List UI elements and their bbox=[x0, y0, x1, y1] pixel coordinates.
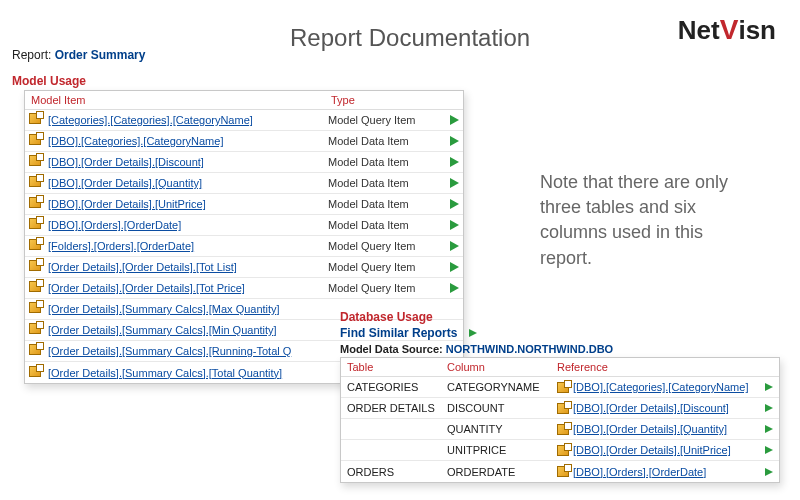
play-icon[interactable] bbox=[765, 468, 773, 476]
reference-link[interactable]: [DBO].[Orders].[OrderDate] bbox=[573, 466, 759, 478]
model-item-link[interactable]: [Categories].[Categories].[CategoryName] bbox=[48, 114, 328, 126]
model-item-link[interactable]: [Order Details].[Order Details].[Tot Pri… bbox=[48, 282, 328, 294]
model-item-link[interactable]: [Order Details].[Summary Calcs].[Total Q… bbox=[48, 367, 328, 379]
model-item-type: Model Query Item bbox=[328, 240, 444, 252]
play-icon[interactable] bbox=[450, 157, 459, 167]
page-title: Report Documentation bbox=[290, 24, 530, 52]
model-item-link[interactable]: [Order Details].[Order Details].[Tot Lis… bbox=[48, 261, 328, 273]
logo-part-isn: isn bbox=[738, 15, 776, 45]
db-reference-cell: [DBO].[Order Details].[UnitPrice] bbox=[557, 444, 773, 456]
database-usage-title: Database Usage bbox=[340, 310, 780, 324]
db-reference-cell: [DBO].[Categories].[CategoryName] bbox=[557, 381, 773, 393]
model-item-icon bbox=[29, 239, 45, 253]
model-item-icon bbox=[29, 260, 45, 274]
database-table: Table Column Reference CATEGORIESCATEGOR… bbox=[340, 357, 780, 483]
model-item-link[interactable]: [Order Details].[Summary Calcs].[Running… bbox=[48, 345, 328, 357]
model-item-icon bbox=[29, 218, 45, 232]
model-item-link[interactable]: [Order Details].[Summary Calcs].[Min Qua… bbox=[48, 324, 328, 336]
header-reference: Reference bbox=[557, 361, 773, 373]
data-source-line: Model Data Source: NORTHWIND.NORTHWIND.D… bbox=[340, 343, 780, 355]
play-icon[interactable] bbox=[450, 241, 459, 251]
logo-part-v: V bbox=[720, 14, 739, 45]
model-item-icon bbox=[29, 176, 45, 190]
model-item-link[interactable]: [DBO].[Order Details].[Quantity] bbox=[48, 177, 328, 189]
model-item-icon bbox=[29, 155, 45, 169]
play-icon[interactable] bbox=[450, 178, 459, 188]
model-item-link[interactable]: [Order Details].[Summary Calcs].[Max Qua… bbox=[48, 303, 328, 315]
header-type: Type bbox=[331, 94, 457, 106]
model-usage-title: Model Usage bbox=[12, 74, 86, 88]
play-icon[interactable] bbox=[765, 446, 773, 454]
model-item-icon bbox=[29, 344, 45, 358]
play-icon[interactable] bbox=[450, 283, 459, 293]
model-item-icon bbox=[557, 424, 569, 435]
reference-link[interactable]: [DBO].[Order Details].[Discount] bbox=[573, 402, 759, 414]
reference-link[interactable]: [DBO].[Order Details].[UnitPrice] bbox=[573, 444, 759, 456]
play-icon[interactable] bbox=[469, 329, 477, 337]
play-icon[interactable] bbox=[450, 220, 459, 230]
model-item-link[interactable]: [DBO].[Orders].[OrderDate] bbox=[48, 219, 328, 231]
header-column: Column bbox=[447, 361, 557, 373]
model-item-type: Model Data Item bbox=[328, 156, 444, 168]
header-table: Table bbox=[347, 361, 447, 373]
model-item-type: Model Query Item bbox=[328, 261, 444, 273]
model-item-link[interactable]: [Folders].[Orders].[OrderDate] bbox=[48, 240, 328, 252]
play-icon[interactable] bbox=[765, 383, 773, 391]
report-line: Report: Order Summary bbox=[12, 48, 145, 62]
db-table-name: ORDER DETAILS bbox=[347, 402, 447, 414]
model-item-type: Model Query Item bbox=[328, 114, 444, 126]
table-row: [DBO].[Order Details].[UnitPrice]Model D… bbox=[25, 194, 463, 215]
find-similar-label: Find Similar Reports bbox=[340, 326, 457, 340]
data-source-value: NORTHWIND.NORTHWIND.DBO bbox=[446, 343, 613, 355]
table-row: [DBO].[Orders].[OrderDate]Model Data Ite… bbox=[25, 215, 463, 236]
play-icon[interactable] bbox=[450, 115, 459, 125]
model-item-icon bbox=[29, 302, 45, 316]
reference-link[interactable]: [DBO].[Categories].[CategoryName] bbox=[573, 381, 759, 393]
database-usage-section: Database Usage Find Similar Reports Mode… bbox=[340, 310, 780, 483]
logo-part-net: Net bbox=[678, 15, 720, 45]
db-column-name: CATEGORYNAME bbox=[447, 381, 557, 393]
db-reference-cell: [DBO].[Orders].[OrderDate] bbox=[557, 466, 773, 478]
model-item-type: Model Query Item bbox=[328, 282, 444, 294]
db-table-name: CATEGORIES bbox=[347, 381, 447, 393]
model-item-icon bbox=[29, 134, 45, 148]
table-row: ORDERSORDERDATE[DBO].[Orders].[OrderDate… bbox=[341, 461, 779, 482]
play-icon[interactable] bbox=[450, 262, 459, 272]
db-table-name: ORDERS bbox=[347, 466, 447, 478]
play-icon[interactable] bbox=[450, 136, 459, 146]
model-item-link[interactable]: [DBO].[Order Details].[Discount] bbox=[48, 156, 328, 168]
play-icon[interactable] bbox=[765, 404, 773, 412]
model-item-link[interactable]: [DBO].[Categories].[CategoryName] bbox=[48, 135, 328, 147]
find-similar-reports[interactable]: Find Similar Reports bbox=[340, 326, 780, 340]
model-item-type: Model Data Item bbox=[328, 198, 444, 210]
data-source-label: Model Data Source: bbox=[340, 343, 443, 355]
model-item-link[interactable]: [DBO].[Order Details].[UnitPrice] bbox=[48, 198, 328, 210]
table-row: QUANTITY[DBO].[Order Details].[Quantity] bbox=[341, 419, 779, 440]
play-icon[interactable] bbox=[450, 199, 459, 209]
model-item-type: Model Data Item bbox=[328, 177, 444, 189]
report-name: Order Summary bbox=[55, 48, 146, 62]
table-row: [Categories].[Categories].[CategoryName]… bbox=[25, 110, 463, 131]
db-table-header: Table Column Reference bbox=[341, 358, 779, 377]
db-column-name: ORDERDATE bbox=[447, 466, 557, 478]
model-item-icon bbox=[557, 445, 569, 456]
model-item-icon bbox=[29, 366, 45, 380]
table-row: [DBO].[Order Details].[Quantity]Model Da… bbox=[25, 173, 463, 194]
model-table-header: Model Item Type bbox=[25, 91, 463, 110]
db-column-name: UNITPRICE bbox=[447, 444, 557, 456]
header-model-item: Model Item bbox=[31, 94, 331, 106]
model-item-icon bbox=[557, 403, 569, 414]
report-label: Report: bbox=[12, 48, 51, 62]
model-item-type: Model Data Item bbox=[328, 135, 444, 147]
table-row: ORDER DETAILSDISCOUNT[DBO].[Order Detail… bbox=[341, 398, 779, 419]
db-reference-cell: [DBO].[Order Details].[Quantity] bbox=[557, 423, 773, 435]
model-item-icon bbox=[29, 113, 45, 127]
model-item-icon bbox=[557, 466, 569, 477]
table-row: UNITPRICE[DBO].[Order Details].[UnitPric… bbox=[341, 440, 779, 461]
play-icon[interactable] bbox=[765, 425, 773, 433]
logo: NetVisn bbox=[678, 14, 776, 46]
table-row: [Order Details].[Order Details].[Tot Pri… bbox=[25, 278, 463, 299]
reference-link[interactable]: [DBO].[Order Details].[Quantity] bbox=[573, 423, 759, 435]
table-row: [Folders].[Orders].[OrderDate]Model Quer… bbox=[25, 236, 463, 257]
table-row: [DBO].[Order Details].[Discount]Model Da… bbox=[25, 152, 463, 173]
